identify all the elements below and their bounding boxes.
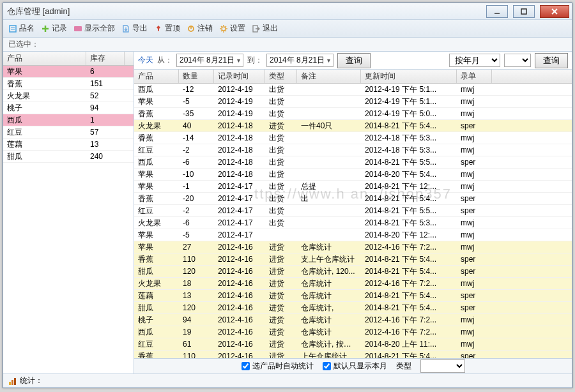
product-row[interactable]: 火龙果52 <box>3 90 134 102</box>
record-row[interactable]: 红豆-22012-4-17出货2014-8-21 下午 5:5...sper <box>134 205 572 217</box>
col-product[interactable]: 产品 <box>3 52 86 65</box>
detail-select[interactable] <box>504 54 531 67</box>
stats-icon <box>8 377 17 386</box>
toolbar-name-button[interactable]: 品名 <box>8 23 34 34</box>
type-select[interactable] <box>420 359 465 373</box>
record-row[interactable]: 苹果-52012-4-172014-8-20 下午 12:...mwj <box>134 229 572 241</box>
from-date-picker[interactable]: 2014年 8月21日▾ <box>176 54 243 67</box>
window-title: 仓库管理 [admin] <box>7 6 70 17</box>
record-row[interactable]: 苹果-102012-4-18出货2014-8-20 下午 5:4...mwj <box>134 169 572 181</box>
today-link[interactable]: 今天 <box>138 55 153 66</box>
record-row[interactable]: 香蕉1102012-4-16进货支上午仓库统计2014-8-21 下午 5:4.… <box>134 253 572 266</box>
logout-icon <box>187 24 195 33</box>
record-row[interactable]: 甜瓜1202012-4-16进货仓库统计, 120...2014-8-21 下午… <box>134 266 572 278</box>
chevron-down-icon: ▾ <box>237 57 240 64</box>
close-button[interactable] <box>540 5 569 18</box>
svg-rect-4 <box>10 26 16 32</box>
record-row[interactable]: 火龙果182012-4-16进货仓库统计2012-4-16 下午 7:2...m… <box>134 278 572 290</box>
record-row[interactable]: 西瓜-62012-4-18出货2014-8-21 下午 5:5...sper <box>134 156 572 169</box>
product-table-body[interactable]: 苹果6香蕉151火龙果52桃子94西瓜1红豆57莲藕13甜瓜240 <box>3 66 134 373</box>
product-row[interactable]: 苹果6 <box>3 66 134 78</box>
record-row[interactable]: 西瓜192012-4-16进货仓库统计2012-4-16 下午 7:2...mw… <box>134 326 572 338</box>
record-row[interactable]: 香蕉1102012-4-16进货上午仓库统计2014-8-21 下午 5:4..… <box>134 351 572 358</box>
record-row[interactable]: 苹果-12012-4-17出货总提2014-8-21 下午 12:...mwj <box>134 181 572 193</box>
name-icon <box>8 24 17 33</box>
to-date-picker[interactable]: 2014年 8月21日▾ <box>266 54 334 67</box>
records-table-body[interactable]: 西瓜-122012-4-19出货2012-4-19 下午 5:1...mwj苹果… <box>134 84 572 358</box>
pin-icon <box>154 24 163 33</box>
svg-rect-14 <box>12 380 13 385</box>
product-row[interactable]: 红豆57 <box>3 126 134 139</box>
toolbar: 品名记录显示全部导出置顶注销设置退出 <box>3 20 572 38</box>
export-icon <box>121 24 130 33</box>
content-area: 产品 库存 苹果6香蕉151火龙果52桃子94西瓜1红豆57莲藕13甜瓜240 … <box>3 52 572 373</box>
svg-rect-15 <box>14 378 16 385</box>
records-col-header[interactable]: 备注 <box>297 70 361 83</box>
record-row[interactable]: 火龙果402012-4-18进货一件40只2014-8-21 下午 5:4...… <box>134 120 572 132</box>
record-row[interactable]: 桃子942012-4-16进货仓库统计2012-4-16 下午 7:2...mw… <box>134 314 572 326</box>
minimize-button[interactable] <box>486 5 508 18</box>
record-row[interactable]: 苹果272012-4-16进货仓库统计2012-4-16 下午 7:2...mw… <box>134 241 572 253</box>
toolbar-exit-button[interactable]: 退出 <box>252 23 278 34</box>
record-row[interactable]: 红豆-22012-4-18出货2012-4-18 下午 5:3...mwj <box>134 144 572 156</box>
records-panel: 今天 从： 2014年 8月21日▾ 到： 2014年 8月21日▾ 查询 按年… <box>134 52 572 373</box>
product-row[interactable]: 西瓜1 <box>3 114 134 126</box>
exit-icon <box>252 24 261 33</box>
type-label: 类型 <box>396 361 411 372</box>
product-table-header: 产品 库存 <box>3 52 134 66</box>
window-controls <box>484 4 572 19</box>
records-col-header[interactable]: 类型 <box>265 70 297 83</box>
status-label: 统计： <box>20 375 43 386</box>
chevron-down-icon: ▾ <box>327 57 330 64</box>
product-panel: 产品 库存 苹果6香蕉151火龙果52桃子94西瓜1红豆57莲藕13甜瓜240 <box>3 52 134 373</box>
record-row[interactable]: 甜瓜1202012-4-16进货仓库统计,2014-8-21 下午 5:4...… <box>134 302 572 314</box>
records-col-header[interactable]: 数量 <box>179 70 214 83</box>
title-bar[interactable]: 仓库管理 [admin] <box>3 3 572 20</box>
query-button-2[interactable]: 查询 <box>535 53 568 68</box>
selection-bar: 已选中： <box>3 38 572 52</box>
col-stock[interactable]: 库存 <box>86 52 125 65</box>
from-label: 从： <box>157 55 172 66</box>
product-row[interactable]: 甜瓜240 <box>3 151 134 163</box>
toolbar-export-button[interactable]: 导出 <box>121 23 148 34</box>
maximize-button[interactable] <box>513 5 535 18</box>
svg-rect-1 <box>521 9 526 14</box>
record-row[interactable]: 莲藕132012-4-16进货仓库统计2014-8-21 下午 5:4...sp… <box>134 290 572 302</box>
record-row[interactable]: 红豆612012-4-16进货仓库统计, 按小盒2014-8-20 上午 11:… <box>134 338 572 351</box>
options-bar: 选产品时自动统计 默认只显示本月 类型 <box>134 358 572 373</box>
records-col-header[interactable]: 记录时间 <box>214 70 265 83</box>
svg-rect-13 <box>9 382 11 385</box>
svg-point-11 <box>222 27 226 31</box>
record-row[interactable]: 火龙果-62012-4-17出货2014-8-21 下午 5:3...mwj <box>134 217 572 229</box>
filter-bar: 今天 从： 2014年 8月21日▾ 到： 2014年 8月21日▾ 查询 按年… <box>134 52 572 70</box>
record-row[interactable]: 苹果-52012-4-19出货2012-4-19 下午 5:1...mwj <box>134 96 572 108</box>
settings-icon <box>219 24 228 33</box>
by-yearmonth-select[interactable]: 按年月 <box>449 54 500 67</box>
query-button[interactable]: 查询 <box>337 53 371 68</box>
to-label: 到： <box>247 55 263 66</box>
product-row[interactable]: 桃子94 <box>3 102 134 114</box>
records-col-header[interactable]: 录单 <box>457 70 492 83</box>
status-bar: 统计： <box>3 373 572 388</box>
record-row[interactable]: 香蕉-202012-4-17出货出2014-8-21 下午 5:4...sper <box>134 193 572 205</box>
plus-icon <box>41 24 50 33</box>
toolbar-display-button[interactable]: 显示全部 <box>73 23 115 34</box>
toolbar-settings-button[interactable]: 设置 <box>219 23 245 34</box>
month-only-checkbox[interactable]: 默认只显示本月 <box>323 361 387 372</box>
toolbar-logout-button[interactable]: 注销 <box>187 23 213 34</box>
record-row[interactable]: 香蕉-352012-4-19出货2012-4-19 下午 5:0...mwj <box>134 108 572 120</box>
toolbar-plus-button[interactable]: 记录 <box>41 23 67 34</box>
display-icon <box>73 24 82 33</box>
records-col-header[interactable]: 更新时间 <box>361 70 457 83</box>
record-row[interactable]: 香蕉-142012-4-18出货2012-4-18 下午 5:3...mwj <box>134 132 572 144</box>
svg-rect-9 <box>74 26 82 31</box>
product-row[interactable]: 莲藕13 <box>3 139 134 151</box>
records-table-header: 产品数量记录时间类型备注更新时间录单 <box>134 70 572 84</box>
auto-stat-checkbox[interactable]: 选产品时自动统计 <box>241 361 314 372</box>
toolbar-pin-button[interactable]: 置顶 <box>154 23 180 34</box>
product-row[interactable]: 香蕉151 <box>3 78 134 90</box>
selection-label: 已选中： <box>8 39 39 50</box>
records-col-header[interactable]: 产品 <box>134 70 179 83</box>
record-row[interactable]: 西瓜-122012-4-19出货2012-4-19 下午 5:1...mwj <box>134 84 572 96</box>
app-window: 仓库管理 [admin] 品名记录显示全部导出置顶注销设置退出 已选中： 产品 … <box>3 3 572 388</box>
